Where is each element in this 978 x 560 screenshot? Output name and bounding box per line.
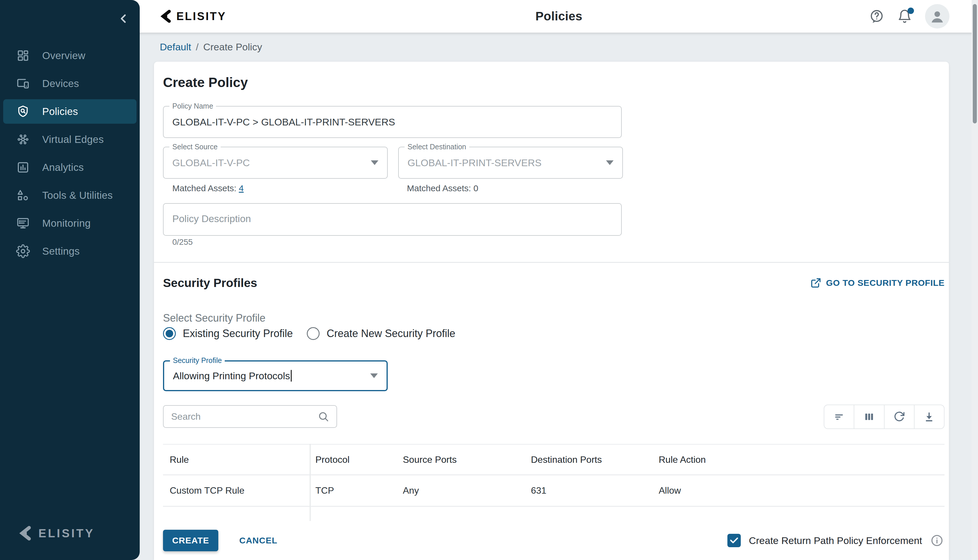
sidebar-item-monitoring[interactable]: Monitoring <box>3 211 137 235</box>
policy-name-input[interactable] <box>163 107 621 137</box>
radio-create-new-security-profile[interactable]: Create New Security Profile <box>307 327 455 340</box>
sidebar-item-label: Devices <box>42 78 79 89</box>
policy-description-input[interactable] <box>163 204 621 235</box>
table-header-row: Rule Protocol Source Ports Destination P… <box>163 445 945 475</box>
column-header-destination-ports[interactable]: Destination Ports <box>526 445 654 475</box>
user-avatar[interactable] <box>925 4 950 28</box>
sidebar-item-settings[interactable]: Settings <box>3 239 137 263</box>
cancel-button[interactable]: CANCEL <box>239 535 277 545</box>
help-button[interactable] <box>869 9 884 24</box>
dropdown-arrow-icon <box>371 160 378 165</box>
sidebar-item-label: Settings <box>42 245 80 257</box>
radio-selected-icon <box>163 327 176 340</box>
dropdown-arrow-icon <box>606 160 613 165</box>
bar-chart-icon <box>16 160 30 174</box>
policy-name-field: Policy Name <box>163 106 622 138</box>
notifications-button[interactable] <box>897 9 912 24</box>
help-icon <box>869 9 884 24</box>
select-destination-label: Select Destination <box>405 143 469 151</box>
column-header-rule[interactable]: Rule <box>163 445 310 475</box>
sidebar-nav: Overview Devices Policies Virtual Edges <box>0 43 140 267</box>
sidebar-item-label: Virtual Edges <box>42 133 103 145</box>
sidebar-item-virtual-edges[interactable]: Virtual Edges <box>3 127 137 152</box>
sidebar-item-label: Monitoring <box>42 217 90 229</box>
shield-search-icon <box>16 105 30 118</box>
destination-matched-assets: Matched Assets: 0 <box>407 183 478 193</box>
table-row[interactable]: Custom TCP Rule TCP Any 631 Allow <box>163 475 945 507</box>
sidebar-item-tools-utilities[interactable]: Tools & Utilities <box>3 183 137 208</box>
security-profiles-title: Security Profiles <box>163 276 257 290</box>
create-policy-card: Create Policy Policy Name Select Source … <box>154 62 949 560</box>
text-caret <box>291 370 292 382</box>
cell-source-ports: Any <box>398 475 526 507</box>
breadcrumb-current: Create Policy <box>203 41 262 53</box>
sidebar-item-label: Overview <box>42 50 85 62</box>
filter-button[interactable] <box>824 405 854 428</box>
create-button[interactable]: CREATE <box>163 530 218 551</box>
cell-destination-ports: 631 <box>526 475 654 507</box>
go-to-security-profile-link[interactable]: GO TO SECURITY PROFILE <box>810 277 945 288</box>
external-link-icon <box>810 277 821 288</box>
sidebar-collapse-button[interactable] <box>116 11 131 26</box>
policy-name-label: Policy Name <box>169 102 216 110</box>
breadcrumb-separator: / <box>196 41 198 53</box>
source-matched-assets: Matched Assets: 4 <box>172 183 243 193</box>
section-divider <box>154 262 949 263</box>
radio-new-label: Create New Security Profile <box>327 327 455 340</box>
elisity-mark-icon <box>159 9 172 23</box>
page-scrollbar <box>971 0 978 560</box>
download-icon <box>923 410 936 423</box>
elisity-mark-icon <box>17 525 33 542</box>
select-destination-dropdown[interactable]: Select Destination GLOBAL-IT-PRINT-SERVE… <box>398 147 623 179</box>
monitor-icon <box>16 216 30 230</box>
notification-badge <box>908 8 914 14</box>
sidebar-item-analytics[interactable]: Analytics <box>3 155 137 180</box>
column-header-source-ports[interactable]: Source Ports <box>398 445 526 475</box>
scrollbar-thumb[interactable] <box>973 4 977 123</box>
sidebar-item-overview[interactable]: Overview <box>3 43 137 68</box>
rules-search-field <box>163 405 337 428</box>
source-matched-count-link[interactable]: 4 <box>239 183 243 193</box>
chevron-left-icon <box>116 11 131 26</box>
column-header-rule-action[interactable]: Rule Action <box>654 445 945 475</box>
page: Overview Devices Policies Virtual Edges <box>0 0 978 560</box>
select-source-dropdown[interactable]: Select Source GLOBAL-IT-V-PC <box>163 147 388 179</box>
sidebar-footer-logo: ELISITY <box>17 525 95 542</box>
column-header-protocol[interactable]: Protocol <box>310 445 398 475</box>
select-destination-value: GLOBAL-IT-PRINT-SERVERS <box>399 157 606 168</box>
sidebar-item-policies[interactable]: Policies <box>3 99 137 124</box>
select-security-profile-label: Select Security Profile <box>163 312 265 324</box>
hub-icon <box>16 132 30 147</box>
columns-button[interactable] <box>854 405 884 428</box>
main-area: ELISITY Policies <box>140 0 978 560</box>
source-matched-label: Matched Assets: <box>172 183 237 193</box>
search-icon[interactable] <box>317 410 330 423</box>
breadcrumb-root-link[interactable]: Default <box>160 41 191 53</box>
security-profile-dropdown[interactable]: Security Profile Allowing Printing Proto… <box>163 360 388 391</box>
sidebar: Overview Devices Policies Virtual Edges <box>0 0 140 560</box>
security-profile-value: Allowing Printing Protocols <box>164 370 290 382</box>
radio-existing-security-profile[interactable]: Existing Security Profile <box>163 327 293 340</box>
table-toolbar <box>824 405 945 429</box>
refresh-button[interactable] <box>885 405 915 428</box>
policy-description-field <box>163 203 622 236</box>
sidebar-item-label: Tools & Utilities <box>42 190 113 201</box>
sidebar-brand-text: ELISITY <box>38 527 95 540</box>
gear-icon <box>16 244 30 258</box>
cell-rule-action: Allow <box>654 475 945 507</box>
sidebar-item-devices[interactable]: Devices <box>3 71 137 96</box>
select-source-label: Select Source <box>169 143 221 151</box>
header-logo: ELISITY <box>159 9 227 23</box>
info-icon[interactable] <box>930 534 944 547</box>
security-profile-radio-group: Existing Security Profile Create New Sec… <box>163 327 455 340</box>
search-input[interactable] <box>163 406 317 427</box>
content-area: Default / Create Policy Create Policy Po… <box>140 33 978 560</box>
cell-protocol: TCP <box>310 475 398 507</box>
download-button[interactable] <box>915 405 944 428</box>
app-header: ELISITY Policies <box>128 0 978 33</box>
return-path-checkbox[interactable] <box>727 534 741 547</box>
sidebar-item-label: Analytics <box>42 162 84 173</box>
go-to-security-profile-label: GO TO SECURITY PROFILE <box>826 278 945 288</box>
select-source-value: GLOBAL-IT-V-PC <box>163 157 371 168</box>
user-icon <box>928 7 946 26</box>
